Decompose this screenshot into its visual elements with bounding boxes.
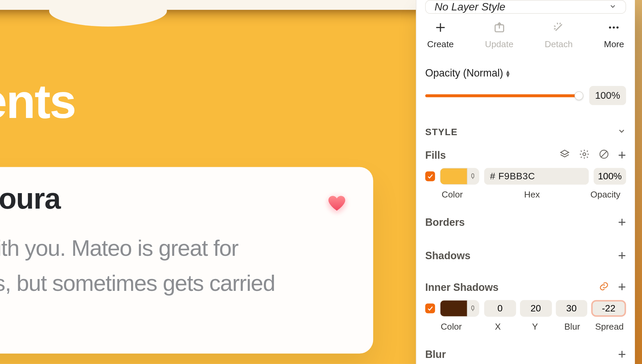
hero-title-fragment: ents: [0, 74, 75, 129]
plus-icon: [434, 21, 448, 34]
fill-enabled-checkbox[interactable]: [425, 171, 435, 181]
link-icon[interactable]: [599, 281, 609, 294]
more-button[interactable]: More: [604, 21, 624, 50]
opacity-slider[interactable]: [425, 94, 582, 97]
stepper-icon: ▴▾: [506, 69, 510, 77]
inner-shadow-color-swatch[interactable]: [440, 300, 467, 317]
fill-col-label-opacity: Opacity: [585, 189, 626, 200]
chevron-down-icon: [609, 0, 617, 13]
fill-col-label-color: Color: [425, 189, 479, 200]
svg-point-7: [583, 153, 586, 156]
heart-icon[interactable]: [324, 190, 350, 216]
card-author-fragment: a Moura: [0, 182, 60, 216]
layer-style-select[interactable]: No Layer Style: [425, 0, 626, 14]
svg-line-9: [601, 151, 607, 157]
svg-point-3: [609, 26, 611, 28]
layer-style-value: No Layer Style: [434, 0, 505, 13]
ish-col-label-y: Y: [518, 322, 552, 332]
inner-shadow-x-input[interactable]: 0: [484, 300, 516, 317]
blur-label: Blur: [425, 348, 446, 360]
inner-shadows-label: Inner Shadows: [425, 281, 499, 293]
canvas-area[interactable]: ents a Moura ee with you. Mateo is great…: [0, 0, 416, 364]
color-picker-icon[interactable]: [467, 168, 479, 185]
disable-icon[interactable]: [599, 149, 609, 161]
shadows-label: Shadows: [425, 250, 470, 262]
fill-hex-input[interactable]: # F9BB3C: [484, 168, 589, 185]
svg-point-4: [613, 26, 615, 28]
inner-shadow-blur-input[interactable]: 30: [556, 300, 587, 317]
add-blur-button[interactable]: +: [618, 348, 626, 362]
update-icon: [492, 21, 506, 34]
opacity-blend-select[interactable]: Opacity (Normal) ▴▾: [425, 67, 626, 79]
update-button: Update: [485, 21, 514, 50]
gear-icon[interactable]: [579, 149, 589, 161]
borders-label: Borders: [425, 217, 465, 229]
detach-icon: [552, 21, 565, 34]
create-button[interactable]: Create: [427, 21, 454, 50]
inner-shadow-spread-input[interactable]: -22: [591, 300, 626, 317]
fill-col-label-hex: Hex: [479, 189, 585, 200]
svg-rect-12: [471, 306, 474, 310]
inner-shadow-y-input[interactable]: 20: [520, 300, 552, 317]
ish-col-label-blur: Blur: [556, 322, 589, 332]
detach-button: Detach: [545, 21, 573, 50]
add-inner-shadow-button[interactable]: +: [618, 280, 626, 294]
add-fill-button[interactable]: +: [618, 148, 626, 162]
add-border-button[interactable]: +: [618, 216, 626, 230]
add-shadow-button[interactable]: +: [618, 249, 626, 263]
fills-label: Fills: [425, 149, 446, 161]
svg-rect-10: [471, 174, 474, 178]
opacity-value-input[interactable]: 100%: [589, 86, 626, 105]
comment-card[interactable]: a Moura ee with you. Mateo is great for …: [0, 167, 373, 354]
ish-col-label-x: X: [481, 322, 515, 332]
fill-opacity-input[interactable]: 100%: [594, 168, 626, 185]
color-picker-icon[interactable]: [467, 300, 479, 317]
style-section-title: STYLE: [425, 127, 458, 138]
card-body-text: ee with you. Mateo is great for nners, b…: [0, 231, 344, 336]
svg-marker-6: [560, 150, 569, 154]
more-icon: [607, 21, 621, 34]
inspector-panel: No Layer Style Create Update Detach More: [416, 0, 635, 364]
fill-color-swatch[interactable]: [440, 168, 467, 185]
chevron-down-icon[interactable]: [617, 127, 626, 138]
ish-col-label-color: Color: [425, 322, 477, 332]
inner-shadow-enabled-checkbox[interactable]: [425, 303, 435, 313]
slider-thumb[interactable]: [574, 91, 583, 100]
svg-point-5: [617, 26, 619, 28]
layers-icon[interactable]: [559, 149, 570, 161]
ish-col-label-spread: Spread: [593, 322, 626, 332]
